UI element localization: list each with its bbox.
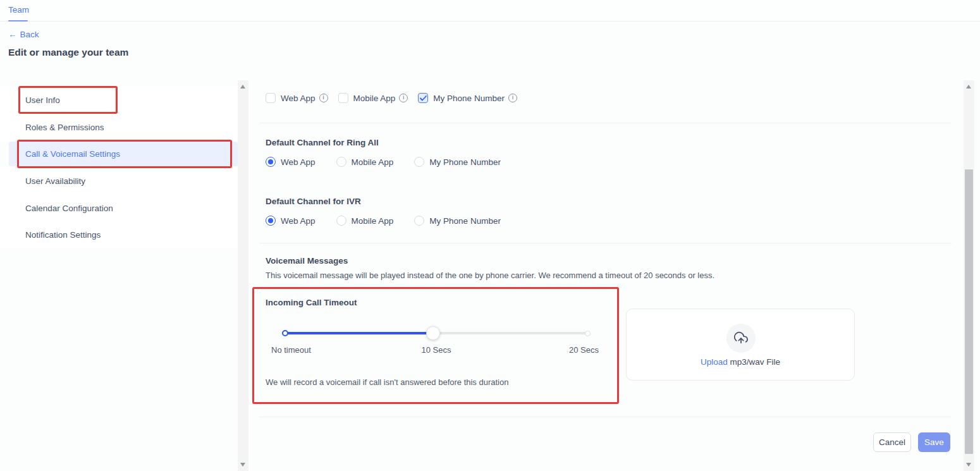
sidebar-item-call-voicemail-settings[interactable]: Call & Voicemail Settings <box>9 142 238 166</box>
radio-web-app[interactable]: Web App <box>266 157 315 167</box>
checkbox-checked-icon[interactable] <box>418 93 428 103</box>
tab-team[interactable]: Team <box>8 5 29 15</box>
timeout-note: We will record a voicemail if call isn't… <box>266 377 508 387</box>
voicemail-messages-description: This voicemail message will be played in… <box>266 271 714 280</box>
sidebar-item-label: Call & Voicemail Settings <box>25 149 120 159</box>
radio-selected-icon[interactable] <box>266 216 276 226</box>
back-link[interactable]: ← Back <box>8 30 39 39</box>
sidebar-item-label: Notification Settings <box>25 230 101 240</box>
divider <box>259 243 952 243</box>
upload-cloud-icon <box>734 331 748 345</box>
radio-icon[interactable] <box>414 157 424 167</box>
checkbox-label: Mobile App <box>353 94 396 103</box>
channel-checkbox-group: Web App i Mobile App i My Phone Number i <box>266 93 517 103</box>
sidebar-item-notification-settings[interactable]: Notification Settings <box>0 221 238 248</box>
save-button[interactable]: Save <box>918 432 950 452</box>
radio-label: Mobile App <box>352 157 394 167</box>
sidebar-item-roles-permissions[interactable]: Roles & Permissions <box>0 114 238 141</box>
sidebar-scrollbar[interactable] <box>238 80 248 471</box>
sidebar-item-label: User Availability <box>25 176 85 186</box>
tab-bar: Team <box>0 0 980 21</box>
slider-thumb[interactable] <box>426 326 440 340</box>
slider-end-mark <box>585 331 591 336</box>
sidebar-item-label: User Info <box>25 95 60 105</box>
checkbox-icon[interactable] <box>338 93 348 103</box>
checkbox-my-phone-number[interactable]: My Phone Number i <box>418 93 517 103</box>
sidebar-item-label: Calendar Configuration <box>25 204 113 213</box>
radio-my-phone-number[interactable]: My Phone Number <box>414 216 501 226</box>
upload-label[interactable]: Upload mp3/wav File <box>627 357 854 367</box>
slider-min-label: No timeout <box>271 345 311 355</box>
scroll-down-icon[interactable] <box>966 463 971 467</box>
divider <box>259 417 952 417</box>
radio-web-app[interactable]: Web App <box>266 216 315 226</box>
sidebar-item-calendar-configuration[interactable]: Calendar Configuration <box>0 195 238 222</box>
sidebar-item-user-info[interactable]: User Info <box>0 87 238 114</box>
voicemail-messages-title: Voicemail Messages <box>266 256 348 266</box>
checkbox-label: Web App <box>281 94 315 103</box>
main-scrollbar[interactable] <box>964 80 974 471</box>
upload-link[interactable]: Upload <box>701 357 728 367</box>
incoming-call-timeout-label: Incoming Call Timeout <box>266 298 357 307</box>
checkbox-label: My Phone Number <box>433 94 505 103</box>
scroll-up-icon[interactable] <box>966 85 971 89</box>
slider-mid-label: 10 Secs <box>422 345 451 355</box>
slider-max-label: 20 Secs <box>569 345 599 355</box>
scroll-down-icon[interactable] <box>240 463 245 467</box>
sidebar-item-label: Roles & Permissions <box>25 123 104 132</box>
radio-label: My Phone Number <box>429 157 501 167</box>
info-icon[interactable]: i <box>319 94 328 102</box>
scrollbar-thumb[interactable] <box>965 169 973 454</box>
back-arrow-icon: ← <box>8 30 17 39</box>
checkbox-icon[interactable] <box>266 93 276 103</box>
checkbox-mobile-app[interactable]: Mobile App i <box>338 93 408 103</box>
team-settings-screen: Team ← Back Edit or manage your team Use… <box>0 0 980 471</box>
info-icon[interactable]: i <box>399 94 408 102</box>
radio-mobile-app[interactable]: Mobile App <box>336 216 394 226</box>
info-icon[interactable]: i <box>508 94 517 102</box>
slider-start-mark <box>282 330 288 336</box>
upload-icon-circle <box>726 324 756 353</box>
checkbox-web-app[interactable]: Web App i <box>266 93 328 103</box>
radio-my-phone-number[interactable]: My Phone Number <box>414 157 501 167</box>
ring-all-label: Default Channel for Ring All <box>266 138 379 147</box>
sidebar-item-user-availability[interactable]: User Availability <box>0 168 238 195</box>
radio-selected-icon[interactable] <box>266 157 276 167</box>
radio-label: Web App <box>281 216 315 226</box>
upload-file-types: mp3/wav File <box>728 357 780 367</box>
radio-icon[interactable] <box>336 157 346 167</box>
cancel-button[interactable]: Cancel <box>873 432 911 452</box>
active-tab-underline <box>8 20 28 21</box>
radio-icon[interactable] <box>414 216 424 226</box>
upload-mp3-wav-dropzone[interactable]: Upload mp3/wav File <box>626 309 855 381</box>
ring-all-radio-group: Web App Mobile App My Phone Number <box>266 157 501 167</box>
page-title: Edit or manage your team <box>8 47 128 58</box>
radio-label: My Phone Number <box>429 216 501 226</box>
divider <box>259 123 952 123</box>
ivr-radio-group: Web App Mobile App My Phone Number <box>266 216 501 226</box>
timeout-slider[interactable] <box>285 332 588 334</box>
scroll-up-icon[interactable] <box>240 85 245 89</box>
radio-label: Web App <box>281 157 315 167</box>
back-label: Back <box>20 30 39 39</box>
radio-label: Mobile App <box>352 216 394 226</box>
radio-mobile-app[interactable]: Mobile App <box>336 157 394 167</box>
ivr-label: Default Channel for IVR <box>266 197 361 206</box>
slider-fill <box>285 332 433 334</box>
radio-icon[interactable] <box>336 216 346 226</box>
